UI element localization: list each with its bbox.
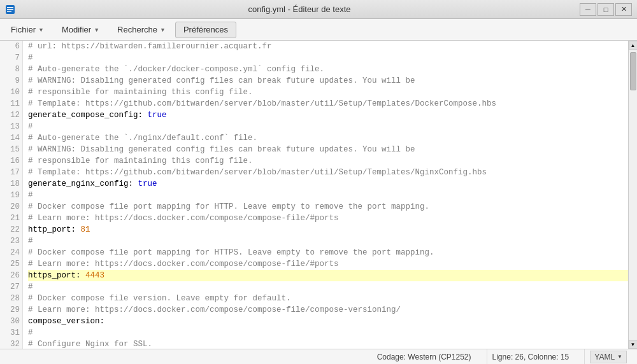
edit-menu-arrow: ▼	[94, 27, 99, 33]
scroll-up-arrow[interactable]: ▲	[629, 41, 638, 50]
code-line[interactable]: #	[28, 327, 628, 339]
code-line[interactable]: # Configure Nginx for SSL.	[28, 339, 628, 349]
line-number: 7	[3, 52, 20, 64]
code-line[interactable]: # Auto-generate the `./docker/docker-com…	[28, 64, 628, 75]
comment-text: # Docker compose file version. Leave emp…	[28, 293, 291, 304]
key-text: generate_compose_config:	[28, 109, 148, 121]
position-label: Ligne: 26, Colonne: 15	[492, 353, 569, 361]
comment-text: # Configure Nginx for SSL.	[28, 339, 152, 349]
code-line[interactable]: # Docker compose file version. Leave emp…	[28, 293, 628, 304]
code-line[interactable]: # url: https://bitwarden.famillerournier…	[28, 41, 628, 52]
language-label: YAML	[594, 353, 615, 361]
comment-text: # Learn more: https://docs.docker.com/co…	[28, 213, 339, 224]
comment-text: #	[28, 281, 33, 293]
key-text: generate_nginx_config:	[28, 178, 138, 190]
code-line[interactable]: #	[28, 235, 628, 247]
line-number: 10	[3, 87, 20, 98]
line-number: 19	[3, 190, 20, 201]
comment-text: #	[28, 121, 33, 132]
code-line[interactable]: # Auto-generate the `./nginx/default.con…	[28, 132, 628, 144]
maximize-button[interactable]: □	[598, 3, 614, 16]
line-number: 32	[3, 339, 20, 349]
comment-text: # Docker compose file port mapping for H…	[28, 247, 434, 258]
value-text: 81	[81, 224, 90, 235]
line-number: 17	[3, 167, 20, 178]
line-number: 12	[3, 109, 20, 121]
line-number: 26	[3, 270, 20, 281]
code-line[interactable]: # Docker compose file port mapping for H…	[28, 247, 628, 258]
preferences-menu-button[interactable]: Préférences	[175, 22, 236, 38]
line-number: 31	[3, 327, 20, 339]
comment-text: # WARNING: Disabling generated config fi…	[28, 75, 415, 87]
code-line[interactable]: # Learn more: https://docs.docker.com/co…	[28, 213, 628, 224]
code-line[interactable]: #	[28, 190, 628, 201]
scroll-down-arrow[interactable]: ▼	[629, 340, 638, 349]
line-number: 28	[3, 293, 20, 304]
key-text: https_port:	[28, 270, 85, 281]
comment-text: # responsible for maintaining this confi…	[28, 87, 253, 98]
minimize-button[interactable]: ─	[580, 3, 596, 16]
code-line[interactable]: generate_nginx_config: true	[28, 178, 628, 190]
vertical-scrollbar[interactable]: ▲ ▼	[628, 41, 637, 349]
comment-text: # Template: https://github.com/bitwarden…	[28, 98, 496, 109]
line-number: 13	[3, 121, 20, 132]
title-bar: config.yml - Éditeur de texte ─ □ ✕	[0, 0, 637, 19]
status-bar: Codage: Western (CP1252) Ligne: 26, Colo…	[0, 349, 637, 364]
comment-text: # Auto-generate the `./docker/docker-com…	[28, 64, 324, 75]
line-number: 27	[3, 281, 20, 293]
app-icon	[5, 4, 15, 15]
line-number: 23	[3, 235, 20, 247]
language-selector[interactable]: YAML ▼	[590, 351, 627, 363]
line-number: 16	[3, 155, 20, 167]
comment-text: # Learn more: https://docs.docker.com/co…	[28, 304, 401, 316]
file-menu-button[interactable]: Fichier ▼	[3, 22, 52, 38]
comment-text: # Template: https://github.com/bitwarden…	[28, 167, 487, 178]
code-line[interactable]: generate_compose_config: true	[28, 109, 628, 121]
comment-text: #	[28, 327, 33, 339]
line-number: 20	[3, 201, 20, 213]
comment-text: # url: https://bitwarden.famillerournier…	[28, 41, 272, 52]
search-menu-button[interactable]: Recherche ▼	[109, 22, 174, 38]
editor-content[interactable]: 6789101112131415161718192021222324252627…	[0, 41, 628, 349]
code-line[interactable]: # Learn more: https://docs.docker.com/co…	[28, 304, 628, 316]
close-button[interactable]: ✕	[615, 3, 632, 16]
code-line[interactable]: # Template: https://github.com/bitwarden…	[28, 98, 628, 109]
comment-text: # WARNING: Disabling generated config fi…	[28, 144, 415, 155]
code-line[interactable]: https_port: 4443	[28, 270, 628, 281]
comment-text: #	[28, 235, 33, 247]
code-line[interactable]: # responsible for maintaining this confi…	[28, 155, 628, 167]
file-menu-arrow: ▼	[38, 27, 44, 33]
line-number: 30	[3, 316, 20, 327]
position-section: Ligne: 26, Colonne: 15	[487, 349, 575, 364]
code-line[interactable]: # responsible for maintaining this confi…	[28, 87, 628, 98]
comment-text: #	[28, 190, 33, 201]
code-line[interactable]: http_port: 81	[28, 224, 628, 235]
code-line[interactable]: # Docker compose file port mapping for H…	[28, 201, 628, 213]
key-text: http_port:	[28, 224, 81, 235]
encoding-label: Codage: Western (CP1252)	[377, 353, 471, 361]
code-line[interactable]: #	[28, 52, 628, 64]
value-text: true	[138, 178, 157, 190]
line-number: 24	[3, 247, 20, 258]
comment-text: #	[28, 52, 33, 64]
line-number: 22	[3, 224, 20, 235]
line-numbers: 6789101112131415161718192021222324252627…	[0, 41, 23, 349]
menu-bar: Fichier ▼ Modifier ▼ Recherche ▼ Préfére…	[0, 19, 637, 41]
search-menu-arrow: ▼	[160, 27, 166, 33]
code-area[interactable]: # url: https://bitwarden.famillerournier…	[23, 41, 628, 349]
code-line[interactable]: # Template: https://github.com/bitwarden…	[28, 167, 628, 178]
line-number: 9	[3, 75, 20, 87]
key-text: compose_version:	[28, 316, 104, 327]
code-line[interactable]: #	[28, 281, 628, 293]
window-title: config.yml - Éditeur de texte	[19, 4, 580, 14]
code-line[interactable]: # WARNING: Disabling generated config fi…	[28, 75, 628, 87]
svg-rect-1	[7, 7, 13, 8]
code-line[interactable]: compose_version:	[28, 316, 628, 327]
line-number: 6	[3, 41, 20, 52]
code-line[interactable]: # WARNING: Disabling generated config fi…	[28, 144, 628, 155]
language-section: YAML ▼	[584, 349, 632, 364]
edit-menu-button[interactable]: Modifier ▼	[54, 22, 108, 38]
code-line[interactable]: #	[28, 121, 628, 132]
scroll-thumb[interactable]	[630, 52, 636, 90]
code-line[interactable]: # Learn more: https://docs.docker.com/co…	[28, 258, 628, 270]
